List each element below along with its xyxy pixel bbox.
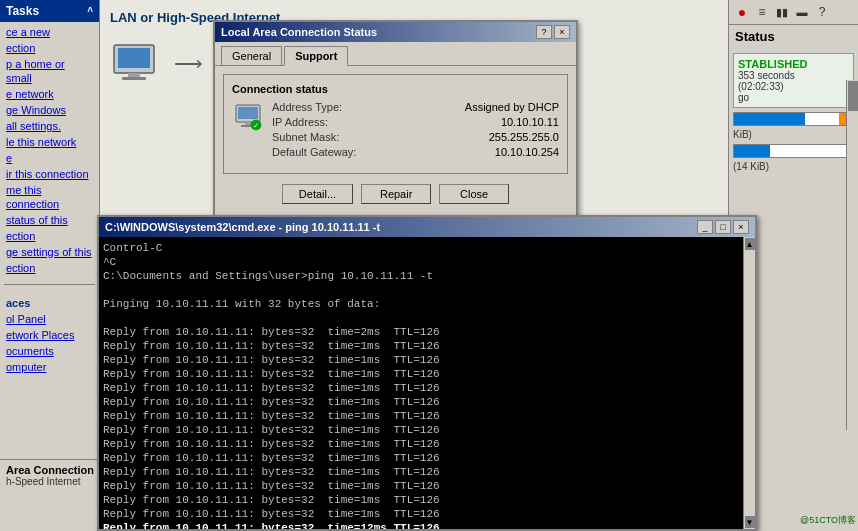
sidebar-divider <box>4 284 95 285</box>
toolbar-icon-minus[interactable]: ▬ <box>793 3 811 21</box>
sidebar-link-e[interactable]: e <box>0 150 99 166</box>
cmd-line-1: ^C <box>103 255 751 269</box>
scrollbar-thumb[interactable] <box>848 81 858 111</box>
sidebar-title: Tasks <box>6 4 39 18</box>
cmd-reply-13: Reply from 10.10.11.11: bytes=32 time=1m… <box>103 493 751 507</box>
sidebar-link-change[interactable]: ge settings of this <box>0 244 99 260</box>
dialog-tabs: General Support <box>215 42 576 66</box>
sidebar-documents[interactable]: ocuments <box>0 343 99 359</box>
sidebar-link-repair[interactable]: ir this connection <box>0 166 99 182</box>
tab-general[interactable]: General <box>221 46 282 65</box>
sidebar-header: Tasks ^ <box>0 0 99 22</box>
sidebar-link-network[interactable]: e network <box>0 86 99 102</box>
dialog-body: Connection status ✓ Address Type: <box>215 66 576 220</box>
svg-rect-3 <box>122 77 146 80</box>
cmd-minimize-btn[interactable]: _ <box>697 220 713 234</box>
cmd-titlebar: C:\WINDOWS\system32\cmd.exe - ping 10.10… <box>99 217 755 237</box>
status-sub3: go <box>738 92 849 103</box>
status-box: STABLISHED 353 seconds (02:02:33) go <box>733 53 854 108</box>
toolbar-icon-chart[interactable]: ▮▮ <box>773 3 791 21</box>
svg-rect-1 <box>118 48 150 68</box>
sidebar-link-status[interactable]: status of this <box>0 212 99 228</box>
cmd-titlebar-controls: _ □ × <box>697 220 749 234</box>
cmd-reply-15: Reply from 10.10.11.11: bytes=32 time=12… <box>103 521 751 529</box>
status-sub2: (02:02:33) <box>738 81 849 92</box>
dialog-help-btn[interactable]: ? <box>536 25 552 39</box>
sidebar-link-disable[interactable]: le this network <box>0 134 99 150</box>
sidebar-speed: h-Speed Internet <box>6 476 94 487</box>
cmd-line-blank <box>103 283 751 297</box>
cmd-body[interactable]: Control-C ^C C:\Documents and Settings\u… <box>99 237 755 529</box>
cmd-reply-6: Reply from 10.10.11.11: bytes=32 time=1m… <box>103 395 751 409</box>
dialog-footer: Detail... Repair Close <box>223 180 568 212</box>
cmd-scroll-down[interactable]: ▼ <box>745 516 755 528</box>
toolbar-icon-bars[interactable]: ≡ <box>753 3 771 21</box>
address-type-label: Address Type: <box>272 101 382 113</box>
ip-label: IP Address: <box>272 116 382 128</box>
progress-area: KiB) (14 KiB) <box>733 112 854 172</box>
dialog-title: Local Area Connection Status <box>221 26 377 38</box>
connection-status-group: Connection status ✓ Address Type: <box>223 74 568 174</box>
detail-subnet: Subnet Mask: 255.255.255.0 <box>272 131 559 143</box>
progress-label-1: KiB) <box>733 129 854 140</box>
svg-rect-14 <box>238 107 258 119</box>
progress-bar-1-container <box>733 112 854 126</box>
close-footer-btn[interactable]: Close <box>439 184 509 204</box>
sidebar: Tasks ^ ce a new ection p a home or smal… <box>0 0 100 531</box>
sidebar-section2: aces ol Panel etwork Places ocuments omp… <box>0 291 99 375</box>
repair-btn[interactable]: Repair <box>361 184 431 204</box>
toolbar-icon-help[interactable]: ? <box>813 3 831 21</box>
detail-ip: IP Address: 10.10.10.11 <box>272 116 559 128</box>
cmd-reply-8: Reply from 10.10.11.11: bytes=32 time=1m… <box>103 423 751 437</box>
status-sub1: 353 seconds <box>738 70 849 81</box>
sidebar-link-settings[interactable]: all settings. <box>0 118 99 134</box>
sidebar-link-windows[interactable]: ge Windows <box>0 102 99 118</box>
cmd-scroll-track <box>745 250 755 516</box>
cmd-scroll-up[interactable]: ▲ <box>745 238 755 250</box>
sidebar-link-home[interactable]: p a home or small <box>0 56 99 86</box>
cmd-title: C:\WINDOWS\system32\cmd.exe - ping 10.10… <box>105 221 380 233</box>
cmd-line-2: C:\Documents and Settings\user>ping 10.1… <box>103 269 751 283</box>
sidebar-link-rename[interactable]: me this connection <box>0 182 99 212</box>
progress-bar-2-container <box>733 144 854 158</box>
cmd-reply-10: Reply from 10.10.11.11: bytes=32 time=1m… <box>103 451 751 465</box>
sidebar-control-panel[interactable]: ol Panel <box>0 311 99 327</box>
cmd-scrollbar[interactable]: ▲ ▼ <box>743 237 755 529</box>
toolbar-icon-circle[interactable]: ● <box>733 3 751 21</box>
cmd-reply-14: Reply from 10.10.11.11: bytes=32 time=1m… <box>103 507 751 521</box>
address-type-value: Assigned by DHCP <box>465 101 559 113</box>
dialog-status: Local Area Connection Status ? × General… <box>213 20 578 222</box>
cmd-reply-11: Reply from 10.10.11.11: bytes=32 time=1m… <box>103 465 751 479</box>
status-row: ✓ Address Type: Assigned by DHCP IP Addr… <box>232 101 559 161</box>
sidebar-network-places[interactable]: etwork Places <box>0 327 99 343</box>
sidebar-section2-title: aces <box>0 291 99 311</box>
status-text: STABLISHED <box>738 58 849 70</box>
right-panel-scrollbar[interactable] <box>846 80 858 430</box>
dialog-close-btn[interactable]: × <box>554 25 570 39</box>
progress-bar-2-fill <box>734 145 770 157</box>
cmd-close-btn[interactable]: × <box>733 220 749 234</box>
subnet-value: 255.255.255.0 <box>489 131 559 143</box>
sidebar-link-connection[interactable]: ection <box>0 40 99 56</box>
sidebar-link-ection[interactable]: ection <box>0 228 99 244</box>
tab-support[interactable]: Support <box>284 46 348 66</box>
cmd-reply-5: Reply from 10.10.11.11: bytes=32 time=1m… <box>103 381 751 395</box>
sidebar-area-connection: Area Connection <box>6 464 94 476</box>
sidebar-computer[interactable]: omputer <box>0 359 99 375</box>
cmd-window: C:\WINDOWS\system32\cmd.exe - ping 10.10… <box>97 215 757 531</box>
detail-btn[interactable]: Detail... <box>282 184 353 204</box>
detail-gateway: Default Gateway: 10.10.10.254 <box>272 146 559 158</box>
sidebar-collapse-btn[interactable]: ^ <box>87 6 93 17</box>
computer-icon-1 <box>110 43 158 83</box>
progress-bar-1-fill <box>734 113 805 125</box>
cmd-reply-3: Reply from 10.10.11.11: bytes=32 time=1m… <box>103 353 751 367</box>
sidebar-link-new[interactable]: ce a new <box>0 24 99 40</box>
network-arrow: ⟶ <box>174 51 203 75</box>
cmd-restore-btn[interactable]: □ <box>715 220 731 234</box>
group-legend: Connection status <box>232 83 559 95</box>
gateway-value: 10.10.10.254 <box>495 146 559 158</box>
detail-address-type: Address Type: Assigned by DHCP <box>272 101 559 113</box>
cmd-reply-12: Reply from 10.10.11.11: bytes=32 time=1m… <box>103 479 751 493</box>
sidebar-link-ection2[interactable]: ection <box>0 260 99 276</box>
cmd-line-pinging: Pinging 10.10.11.11 with 32 bytes of dat… <box>103 297 751 311</box>
